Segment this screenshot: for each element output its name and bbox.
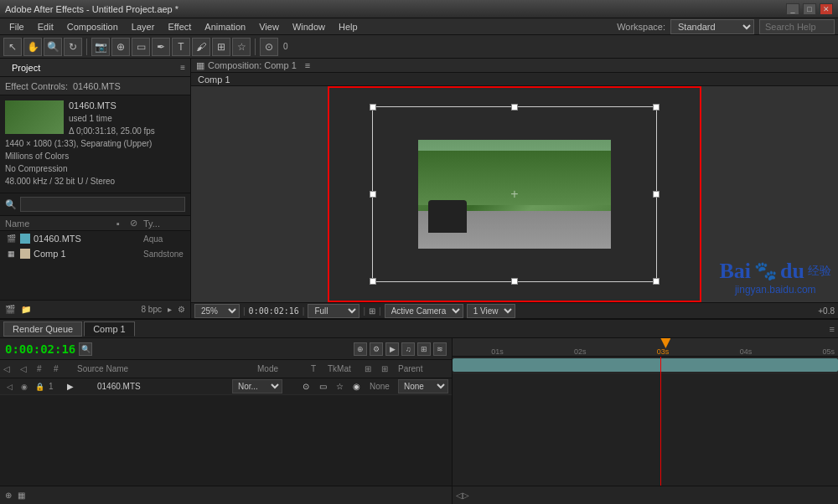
text-tool[interactable]: T	[172, 38, 190, 56]
breadcrumb-text: Comp 1	[198, 75, 230, 85]
layer-mode-select[interactable]: Nor...	[232, 379, 282, 393]
handle-bottom-center[interactable]	[511, 278, 518, 285]
crosshair-icon: +	[510, 187, 518, 202]
pen-tool[interactable]: ✒	[152, 38, 170, 56]
clone-tool[interactable]: ⊞	[212, 38, 230, 56]
watermark: Bai 🐾 du 经验 jingyan.baidu.com	[720, 259, 832, 296]
layer-parent-select[interactable]: None	[398, 379, 448, 393]
col-switches-header: ⊞	[365, 364, 378, 373]
camera-select[interactable]: Active Camera	[385, 304, 463, 318]
handle-bottom-right[interactable]	[653, 278, 660, 285]
views-select[interactable]: 1 View	[467, 304, 515, 318]
list-item[interactable]: ▦ Comp 1 Sandstone	[0, 246, 190, 261]
layer-switch-2[interactable]: ▭	[319, 382, 333, 391]
handle-middle-right[interactable]	[653, 191, 660, 198]
project-list-header: Name ▪ ⊘ Ty...	[0, 216, 190, 231]
comp-viewer-toolbar: 25% 50% 100% | 0:00:02:16 | Full Half Qu…	[191, 302, 838, 318]
select-tool[interactable]: ↖	[3, 38, 22, 56]
panel-info: 8 bpc	[140, 305, 163, 314]
layer-solo-btn[interactable]: ◁	[3, 381, 15, 393]
tl-bottom-btn1[interactable]: ⊕	[3, 491, 13, 500]
layer-track	[453, 357, 838, 373]
comp-settings-btn[interactable]: ⚙	[370, 342, 383, 356]
list-item[interactable]: 🎬 01460.MTS Aqua	[0, 231, 190, 246]
render-btn[interactable]: ⊞	[417, 342, 431, 356]
project-thumbnail	[5, 100, 64, 134]
comp-header-icon: ▦	[196, 60, 204, 71]
help-search-input[interactable]	[759, 19, 835, 34]
item-comp-type: Sandstone	[143, 249, 185, 259]
hand-tool[interactable]: ✋	[23, 38, 42, 56]
minimize-button[interactable]: _	[786, 3, 799, 15]
timeline-tabs: Render Queue Comp 1 ≡	[0, 320, 838, 338]
menu-animation[interactable]: Animation	[199, 20, 251, 33]
layer-column-headers: ◁ ◁ # # Source Name Mode T TkMat ⊞ ⊞ Par…	[0, 360, 452, 378]
layer-lock-btn[interactable]: 🔒	[34, 381, 45, 393]
anchor-tool[interactable]: ⊕	[111, 38, 130, 56]
col-num-header: #	[54, 364, 70, 373]
timeline-search-btn[interactable]: 🔍	[79, 342, 92, 356]
quality-select[interactable]: Full Half Quarter	[308, 304, 360, 318]
menu-view[interactable]: View	[253, 20, 285, 33]
workspace-select[interactable]: Standard	[670, 19, 754, 34]
zoom-tool[interactable]: 🔍	[44, 38, 62, 56]
timeline-panel-menu[interactable]: ≡	[830, 324, 835, 334]
tab-render-queue[interactable]: Render Queue	[3, 321, 82, 337]
handle-middle-left[interactable]	[370, 191, 376, 198]
tab-project[interactable]: Project	[5, 61, 47, 75]
ruler-mark-5: 03s	[657, 347, 670, 356]
video-preview: +	[418, 140, 611, 249]
track-area[interactable]	[453, 357, 838, 486]
panel-menu-icon[interactable]: ≡	[180, 63, 185, 72]
menu-layer[interactable]: Layer	[126, 20, 161, 33]
menu-effect[interactable]: Effect	[162, 20, 197, 33]
audio-btn[interactable]: ♫	[401, 342, 415, 356]
new-item-button[interactable]: 🎬	[3, 305, 17, 314]
project-file-info: 01460.MTS used 1 time Δ 0;00:31:18, 25.0…	[0, 95, 190, 193]
panel-options-button[interactable]: ⚙	[176, 305, 187, 314]
handle-top-right[interactable]	[653, 104, 660, 111]
layer-expand-icon[interactable]: ▶	[67, 382, 79, 391]
layer-switch-1[interactable]: ⊙	[303, 382, 316, 391]
workspace-label: Workspace:	[617, 22, 665, 32]
menu-edit[interactable]: Edit	[32, 20, 59, 33]
zoom-select[interactable]: 25% 50% 100%	[194, 304, 240, 318]
snap-toggle[interactable]: ⊙	[260, 38, 278, 56]
layer-switch-3[interactable]: ☆	[336, 382, 349, 391]
rectangle-tool[interactable]: ▭	[132, 38, 150, 56]
camera-tool[interactable]: 📷	[91, 38, 110, 56]
tl-bottom-btn2[interactable]: ▦	[16, 491, 27, 500]
close-button[interactable]: ✕	[820, 3, 833, 15]
window-controls[interactable]: _ □ ✕	[786, 3, 833, 15]
handle-top-left[interactable]	[370, 104, 376, 111]
title-bar: Adobe After Effects - Untitled Project.a…	[0, 0, 838, 18]
flow-btn[interactable]: ≋	[433, 342, 447, 356]
comp-panel-menu[interactable]: ≡	[305, 60, 310, 70]
rotation-tool[interactable]: ↻	[64, 38, 82, 56]
layer-switch-4[interactable]: ◉	[353, 382, 366, 391]
project-search-input[interactable]	[20, 197, 185, 212]
puppet-tool[interactable]: ☆	[232, 38, 251, 56]
new-layer-btn[interactable]: ⊕	[354, 342, 367, 356]
ruler-markers: 01s 02s 03s 04s 05s	[453, 347, 838, 356]
tb-divider4: |	[379, 306, 381, 316]
timeline-content: 0:00:02:16 🔍 ⊕ ⚙ ▶ ♫ ⊞ ≋ ◁ ◁ #	[0, 338, 838, 504]
menu-help[interactable]: Help	[333, 20, 364, 33]
layer-visibility-btn[interactable]: ◉	[18, 381, 30, 393]
handle-top-center[interactable]	[511, 104, 518, 111]
tab-comp1[interactable]: Comp 1	[84, 321, 135, 337]
menu-file[interactable]: File	[3, 20, 30, 33]
new-folder-button[interactable]: 📁	[19, 305, 33, 314]
comp-viewer[interactable]: + Bai 🐾 du 经验 jingyan.baidu.com	[191, 86, 838, 302]
preview-btn[interactable]: ▶	[385, 342, 399, 356]
plus-value: +0.8	[818, 306, 835, 316]
brush-tool[interactable]: 🖌	[192, 38, 210, 56]
grid-icon[interactable]: ⊞	[369, 306, 375, 316]
maximize-button[interactable]: □	[803, 3, 816, 15]
color-depth-button[interactable]: ▸	[166, 305, 173, 314]
handle-bottom-left[interactable]	[370, 278, 376, 285]
top-section: Project ≡ Effect Controls: 01460.MTS 014…	[0, 59, 838, 318]
menu-composition[interactable]: Composition	[61, 20, 124, 33]
menu-window[interactable]: Window	[287, 20, 331, 33]
item-color-swatch	[20, 249, 30, 259]
